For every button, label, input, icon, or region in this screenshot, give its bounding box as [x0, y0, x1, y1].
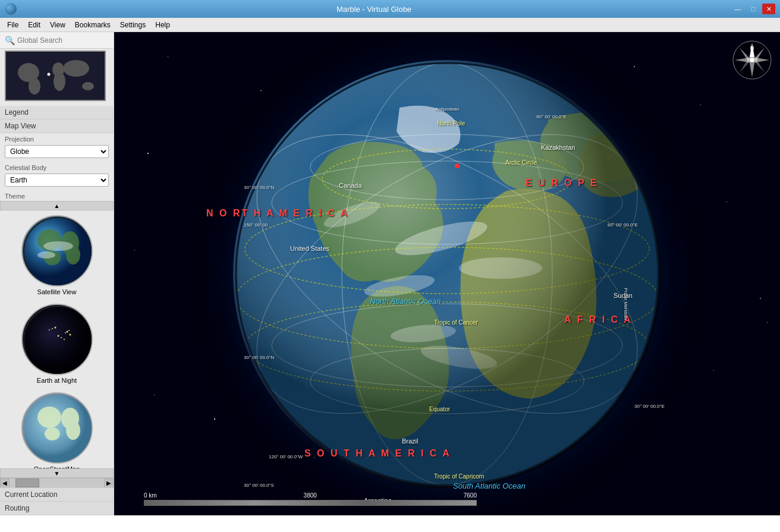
theme-item-osm[interactable]: OpenStreetMap [5, 390, 109, 468]
scroll-thumb[interactable] [15, 479, 39, 487]
label-north-america: N O RT H A M E R I C A [206, 208, 349, 219]
scroll-track[interactable] [10, 479, 104, 487]
scale-label-right: 7600 [464, 492, 477, 499]
label-120w: 120° 00' 00.0"W [269, 454, 303, 459]
projection-select-row: Globe Mercator Flat Map [0, 144, 114, 162]
label-south-america: S O U T H A M E R I C A [304, 448, 451, 459]
label-canada: Canada [339, 182, 362, 189]
legend-section[interactable]: Legend [0, 106, 114, 119]
label-sudan: Sudan [614, 292, 633, 299]
svg-point-34 [66, 421, 80, 440]
label-equator: Equator [429, 406, 450, 413]
svg-point-7 [48, 73, 51, 76]
svg-point-4 [54, 72, 65, 91]
search-icon: 🔍 [5, 36, 15, 45]
theme-scroll-up[interactable]: ▲ [0, 201, 114, 210]
menu-help[interactable]: Help [150, 20, 175, 30]
search-input[interactable] [17, 36, 109, 45]
titlebar: Marble - Virtual Globe — □ ✕ [0, 0, 780, 18]
bottom-sections: Current Location Routing [0, 487, 114, 515]
scroll-left-arrow[interactable]: ◀ [0, 479, 10, 488]
label-60e: 60° 00' 00.0"E [608, 222, 638, 228]
svg-point-2 [29, 78, 40, 95]
menu-edit[interactable]: Edit [23, 20, 45, 30]
svg-point-72 [750, 58, 754, 62]
svg-point-19 [66, 331, 68, 333]
celestial-body-select-row: Earth Moon Mars [0, 172, 114, 190]
label-prime-meridian: Prime Meridian [623, 288, 628, 320]
label-30s: 30° 00' 00.0"S [244, 483, 274, 488]
projection-label: Projection [0, 133, 114, 144]
label-tropic-cancer: Tropic of Cancer [434, 319, 478, 326]
theme-scroll-down[interactable]: ▼ [0, 468, 114, 478]
minimize-button[interactable]: — [731, 4, 744, 14]
svg-point-6 [82, 82, 94, 90]
celestial-body-select[interactable]: Earth Moon Mars [5, 174, 109, 187]
scale-bar: 0 km 3800 7600 [144, 492, 477, 506]
horizontal-scrollbar[interactable]: ◀ ▶ [0, 478, 114, 487]
current-location-section[interactable]: Current Location [0, 488, 114, 502]
window-title: Marble - Virtual Globe [17, 5, 731, 14]
map-labels-container: N O RT H A M E R I C A E U R O P E A F R… [114, 32, 780, 515]
routing-section[interactable]: Routing [0, 502, 114, 515]
svg-point-35 [45, 427, 60, 440]
scale-label-mid: 3800 [304, 492, 317, 499]
label-africa: A F R I C A [564, 314, 632, 325]
svg-point-5 [63, 60, 89, 77]
svg-point-28 [64, 339, 65, 340]
mapview-section[interactable]: Map View [0, 119, 114, 133]
label-antipodean: Antipodean [435, 106, 459, 112]
menubar: File Edit View Bookmarks Settings Help [0, 18, 780, 32]
svg-text:N: N [750, 45, 754, 51]
menu-settings[interactable]: Settings [115, 20, 150, 30]
svg-point-22 [69, 334, 71, 336]
theme-label: Theme [0, 190, 114, 201]
main-layout: Navigation [0, 32, 780, 515]
theme-globe-osm [21, 392, 93, 464]
menu-bookmarks[interactable]: Bookmarks [70, 20, 115, 30]
searchbar: 🔍 [0, 32, 114, 49]
projection-select[interactable]: Globe Mercator Flat Map [5, 145, 109, 158]
label-united-states: United States [290, 245, 329, 252]
label-30n-w: 30° 00' 00.0"N [244, 355, 274, 360]
close-button[interactable]: ✕ [762, 4, 775, 14]
svg-point-23 [52, 328, 53, 329]
svg-point-32 [37, 407, 61, 428]
svg-point-27 [57, 335, 59, 337]
svg-point-31 [24, 395, 93, 464]
label-30e: 30° 00' 00.0"E [634, 404, 665, 409]
app-icon [5, 3, 17, 15]
menu-file[interactable]: File [2, 20, 23, 30]
svg-point-25 [49, 329, 50, 330]
label-tropic-capricorn: Tropic of Capricorn [434, 473, 485, 480]
celestial-body-label: Celestial Body [0, 162, 114, 172]
label-europe: E U R O P E [526, 178, 599, 188]
svg-point-20 [68, 330, 70, 331]
label-arctic-circle: Arctic Circle [505, 159, 537, 166]
svg-point-14 [43, 241, 73, 251]
label-90e: 90° 00' 00.0"E [536, 114, 567, 119]
label-30n-left: 30° 00' 00.0"N [244, 185, 274, 190]
theme-label-satellite: Satellite View [37, 288, 77, 295]
scale-label-left: 0 km [144, 492, 157, 499]
maximize-button[interactable]: □ [747, 4, 760, 14]
label-south-atlantic: South Atlantic Ocean [453, 481, 526, 490]
svg-point-24 [54, 327, 56, 329]
svg-point-15 [37, 251, 55, 259]
theme-globe-satellite [21, 215, 93, 287]
minimap-container [0, 46, 114, 106]
label-brazil: Brazil [402, 437, 419, 445]
map-area[interactable]: N O RT H A M E R I C A E U R O P E A F R… [114, 32, 780, 515]
scale-track [144, 500, 477, 506]
theme-item-night[interactable]: Earth at Night [5, 301, 109, 386]
svg-point-26 [61, 337, 62, 338]
window-controls: — □ ✕ [731, 4, 775, 14]
scroll-right-arrow[interactable]: ▶ [104, 479, 114, 488]
theme-globe-night [21, 304, 93, 375]
menu-view[interactable]: View [45, 20, 70, 30]
compass: N [731, 39, 773, 81]
theme-label-night: Earth at Night [37, 377, 77, 384]
minimap[interactable] [5, 51, 106, 101]
theme-item-satellite[interactable]: Satellite View [5, 213, 109, 298]
left-panel: Navigation [0, 32, 114, 515]
